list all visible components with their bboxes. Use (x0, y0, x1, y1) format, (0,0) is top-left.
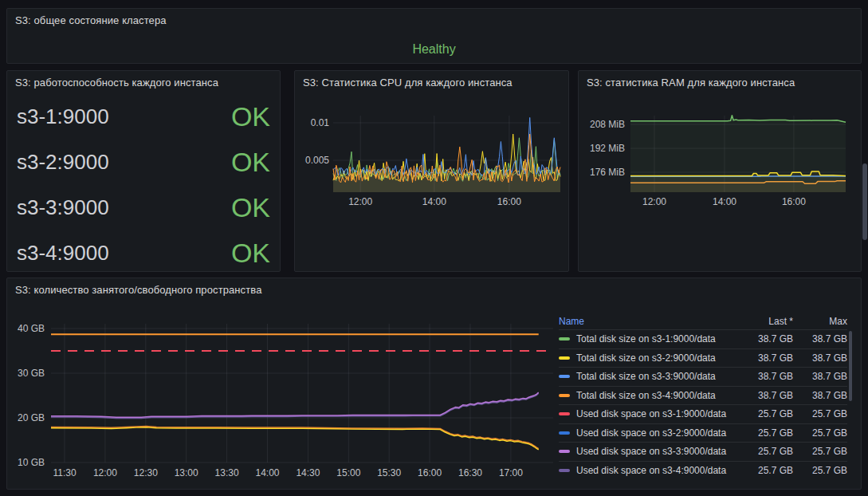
legend-value-1: 25.7 GB (731, 465, 793, 476)
svg-text:13:30: 13:30 (215, 467, 239, 478)
instance-address: s3-1:9000 (17, 104, 109, 129)
svg-text:14:00: 14:00 (422, 196, 446, 207)
series-color-chip (559, 356, 570, 360)
instance-status: OK (231, 147, 270, 178)
legend-row[interactable]: Used disk space on s3-3:9000/data25.7 GB… (559, 442, 847, 461)
cpu-time-series-chart[interactable]: 0.010.00512:0014:0016:00 (295, 111, 570, 211)
legend-series-name-cell: Total disk size on s3-4:9000/data (559, 390, 731, 401)
series-color-chip (559, 375, 570, 378)
svg-text:208 MiB: 208 MiB (590, 119, 625, 130)
panel-cluster-overall: S3: общее состояние кластера Healthy (6, 8, 862, 64)
instance-health-row: s3-1:9000OK (17, 100, 270, 132)
panel-title-overall[interactable]: S3: общее состояние кластера (15, 14, 167, 26)
disk-legend-scrollbar[interactable] (849, 331, 852, 401)
legend-value-1: 38.7 GB (731, 352, 793, 364)
instance-address: s3-4:9000 (17, 241, 109, 266)
instance-status: OK (231, 101, 270, 132)
legend-value-2: 25.7 GB (793, 408, 847, 419)
svg-text:40 GB: 40 GB (18, 323, 45, 334)
panel-title-health[interactable]: S3: работоспособность каждого инстанса (15, 77, 218, 89)
panel-cpu: S3: Статистика CPU для каждого инстанса … (294, 70, 569, 272)
instance-status: OK (231, 238, 270, 269)
svg-text:16:30: 16:30 (458, 467, 482, 478)
legend-row[interactable]: Total disk size on s3-3:9000/data38.7 GB… (559, 367, 847, 386)
svg-text:192 MiB: 192 MiB (590, 143, 625, 154)
legend-header-col1[interactable]: Last * (731, 316, 793, 327)
series-name: Used disk space on s3-4:9000/data (576, 465, 726, 476)
series-name: Used disk space on s3-1:9000/data (576, 408, 726, 419)
series-color-chip (559, 431, 570, 435)
svg-text:14:00: 14:00 (713, 196, 736, 207)
legend-value-2: 38.7 GB (793, 390, 847, 401)
ram-time-series-chart[interactable]: 208 MiB192 MiB176 MiB12:0014:0016:00 (579, 111, 862, 211)
legend-series-name-cell: Total disk size on s3-1:9000/data (559, 333, 731, 344)
legend-row[interactable]: Total disk size on s3-4:9000/data38.7 GB… (559, 386, 847, 405)
legend-header-col2[interactable]: Max (793, 316, 847, 327)
svg-text:0.005: 0.005 (305, 155, 329, 166)
series-name: Total disk size on s3-1:9000/data (576, 333, 716, 344)
svg-text:16:00: 16:00 (418, 467, 442, 478)
legend-value-1: 25.7 GB (731, 427, 793, 439)
legend-row[interactable]: Used disk space on s3-4:9000/data25.7 GB… (559, 461, 847, 480)
svg-text:0.01: 0.01 (311, 117, 330, 128)
page-scrollbar[interactable] (862, 163, 867, 240)
svg-text:11:30: 11:30 (53, 467, 76, 478)
panel-title-disk[interactable]: S3: количество занятого/свободного прост… (15, 284, 261, 296)
legend-value-2: 25.7 GB (793, 427, 847, 439)
instance-health-row: s3-4:9000OK (17, 237, 270, 269)
legend-value-1: 38.7 GB (731, 390, 793, 401)
legend-row[interactable]: Total disk size on s3-2:9000/data38.7 GB… (559, 348, 847, 368)
svg-text:16:00: 16:00 (497, 196, 521, 207)
instance-address: s3-2:9000 (17, 150, 109, 175)
legend-value-2: 25.7 GB (793, 465, 847, 476)
svg-text:12:00: 12:00 (642, 196, 666, 207)
legend-row[interactable]: Total disk size on s3-1:9000/data38.7 GB… (559, 329, 847, 348)
series-color-chip (559, 394, 570, 397)
svg-text:15:30: 15:30 (377, 467, 401, 478)
legend-value-2: 25.7 GB (793, 446, 847, 457)
legend-series-name-cell: Used disk space on s3-3:9000/data (559, 446, 731, 457)
series-color-chip (559, 412, 570, 415)
instance-address: s3-3:9000 (17, 195, 109, 220)
legend-value-2: 38.7 GB (793, 333, 847, 344)
legend-series-name-cell: Used disk space on s3-1:9000/data (559, 408, 731, 419)
legend-header-name[interactable]: Name (559, 316, 731, 327)
series-name: Total disk size on s3-2:9000/data (576, 352, 716, 364)
legend-row[interactable]: Used disk space on s3-2:9000/data25.7 GB… (559, 423, 847, 443)
legend-value-1: 38.7 GB (731, 333, 793, 344)
panel-instance-health: S3: работоспособность каждого инстанса s… (6, 70, 281, 272)
instance-health-row: s3-2:9000OK (17, 146, 270, 178)
panel-ram: S3: статистика RAM для каждого инстанса … (578, 70, 862, 272)
dashboard: S3: общее состояние кластера Healthy S3:… (0, 0, 868, 496)
svg-text:13:00: 13:00 (175, 467, 198, 478)
series-name: Total disk size on s3-4:9000/data (576, 390, 716, 401)
legend-series-name-cell: Total disk size on s3-2:9000/data (559, 352, 731, 364)
legend-value-2: 38.7 GB (793, 371, 847, 382)
svg-text:12:00: 12:00 (348, 196, 372, 207)
legend-row[interactable]: Used disk space on s3-1:9000/data25.7 GB… (559, 404, 847, 423)
disk-time-series-chart[interactable]: 40 GB30 GB20 GB10 GB11:3012:0012:3013:00… (7, 316, 560, 487)
legend-value-1: 25.7 GB (731, 408, 793, 419)
svg-text:15:00: 15:00 (336, 467, 360, 478)
legend-header-row: NameLast *Max (559, 313, 847, 329)
svg-text:14:30: 14:30 (296, 467, 320, 478)
legend-value-2: 38.7 GB (793, 352, 847, 364)
svg-text:176 MiB: 176 MiB (590, 167, 625, 178)
svg-text:20 GB: 20 GB (18, 412, 45, 423)
series-color-chip (559, 469, 570, 472)
legend-series-name-cell: Used disk space on s3-2:9000/data (559, 427, 731, 439)
panel-title-cpu[interactable]: S3: Статистика CPU для каждого инстанса (303, 77, 513, 89)
panel-title-ram[interactable]: S3: статистика RAM для каждого инстанса (587, 77, 795, 89)
svg-text:14:00: 14:00 (255, 467, 279, 478)
svg-text:16:00: 16:00 (782, 196, 806, 207)
legend-value-1: 25.7 GB (731, 446, 793, 457)
series-name: Total disk size on s3-3:9000/data (576, 371, 716, 382)
cluster-health-status: Healthy (7, 42, 861, 57)
instance-status: OK (231, 192, 270, 223)
legend-value-1: 38.7 GB (731, 371, 793, 382)
legend-series-name-cell: Total disk size on s3-3:9000/data (559, 371, 731, 382)
instance-health-row: s3-3:9000OK (17, 191, 270, 223)
series-name: Used disk space on s3-2:9000/data (576, 427, 726, 439)
svg-text:30 GB: 30 GB (18, 368, 45, 379)
series-color-chip (559, 337, 570, 341)
